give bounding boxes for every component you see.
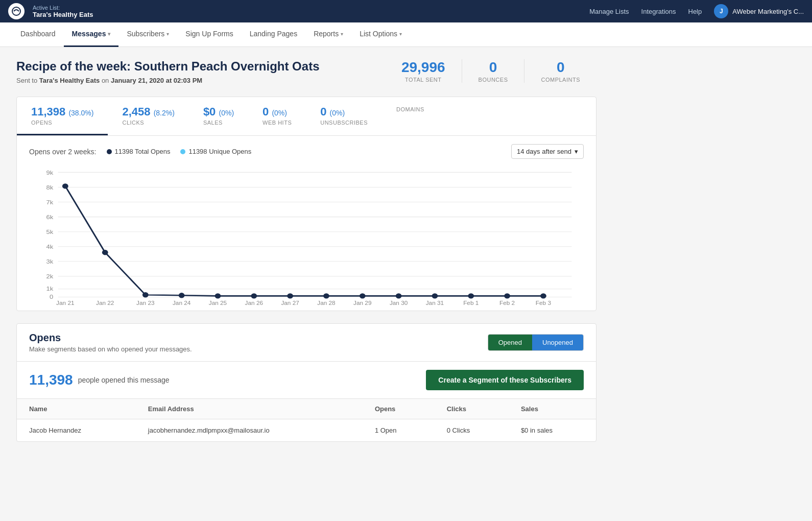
opens-table: Name Email Address Opens Clicks Sales Ja… bbox=[17, 399, 596, 441]
segment-count-area: 11,398 people opened this message bbox=[29, 372, 170, 388]
svg-text:4k: 4k bbox=[46, 244, 54, 250]
opens-table-body: Jacob Hernandez jacobhernandez.mdlpmpxx@… bbox=[17, 419, 596, 442]
user-menu[interactable]: J AWeber Marketing's C... bbox=[714, 4, 804, 18]
svg-point-24 bbox=[179, 293, 185, 298]
nav-subscribers[interactable]: Subscribers ▾ bbox=[118, 22, 177, 47]
create-segment-button[interactable]: Create a Segment of these Subscribers bbox=[426, 370, 584, 390]
integrations-link[interactable]: Integrations bbox=[641, 8, 676, 15]
sales-label: SALES bbox=[203, 120, 234, 126]
svg-text:6k: 6k bbox=[46, 214, 54, 220]
active-list-label: Active List: bbox=[33, 5, 93, 11]
nav-landing-pages[interactable]: Landing Pages bbox=[242, 22, 305, 47]
unsubscribes-value: 0 (0%) bbox=[320, 105, 368, 119]
svg-text:5k: 5k bbox=[46, 229, 54, 235]
svg-text:Jan 27: Jan 27 bbox=[281, 300, 299, 305]
nav-messages[interactable]: Messages ▾ bbox=[64, 22, 119, 47]
svg-text:Jan 25: Jan 25 bbox=[209, 300, 227, 305]
svg-text:7k: 7k bbox=[46, 199, 54, 205]
active-list-name: Tara's Healthy Eats bbox=[33, 11, 93, 18]
svg-text:Jan 21: Jan 21 bbox=[56, 300, 74, 305]
logo-icon[interactable] bbox=[8, 3, 25, 19]
opens-title: Opens bbox=[29, 332, 192, 344]
sent-date: January 21, 2020 at 02:03 PM bbox=[111, 77, 202, 84]
svg-point-31 bbox=[432, 293, 438, 298]
sent-to: Tara's Healthy Eats bbox=[39, 77, 100, 84]
cell-opens: 1 Open bbox=[363, 419, 435, 442]
svg-point-22 bbox=[102, 250, 108, 255]
metrics-card: 11,398 (38.0%) OPENS 2,458 (8.2%) CLICKS… bbox=[16, 97, 596, 311]
message-info: Recipe of the week: Southern Peach Overn… bbox=[16, 59, 319, 84]
bounces-label: BOUNCES bbox=[479, 77, 508, 83]
svg-text:Jan 26: Jan 26 bbox=[245, 300, 263, 305]
svg-text:Jan 30: Jan 30 bbox=[390, 300, 408, 305]
reports-chevron-icon: ▾ bbox=[341, 31, 343, 37]
manage-lists-link[interactable]: Manage Lists bbox=[589, 8, 629, 15]
svg-text:Jan 24: Jan 24 bbox=[173, 300, 190, 305]
col-opens: Opens bbox=[363, 399, 435, 419]
sales-value: $0 (0%) bbox=[203, 105, 234, 119]
chart-period-dropdown[interactable]: 14 days after send ▾ bbox=[511, 144, 584, 159]
bounces-stat: 0 BOUNCES bbox=[462, 59, 525, 83]
svg-point-27 bbox=[287, 293, 293, 298]
complaints-label: COMPLAINTS bbox=[541, 77, 580, 83]
help-link[interactable]: Help bbox=[688, 8, 702, 15]
unopened-toggle[interactable]: Unopened bbox=[532, 335, 583, 350]
chart-header: Opens over 2 weeks: 11398 Total Opens 11… bbox=[29, 144, 584, 159]
opens-header-info: Opens Make segments based on who opened … bbox=[29, 332, 192, 353]
opens-count: 11,398 bbox=[29, 372, 73, 388]
svg-text:3k: 3k bbox=[46, 258, 54, 265]
svg-text:Feb 2: Feb 2 bbox=[499, 300, 515, 305]
svg-point-32 bbox=[468, 293, 474, 298]
svg-text:8k: 8k bbox=[46, 184, 54, 191]
secondary-navigation: Dashboard Messages ▾ Subscribers ▾ Sign … bbox=[0, 22, 812, 47]
unsubscribes-tab[interactable]: 0 (0%) UNSUBSCRIBES bbox=[306, 97, 382, 135]
svg-point-21 bbox=[62, 183, 68, 188]
message-subtitle: Sent to Tara's Healthy Eats on January 2… bbox=[16, 77, 319, 84]
legend-unique-dot bbox=[180, 149, 185, 154]
svg-text:Jan 22: Jan 22 bbox=[96, 300, 114, 305]
nav-signup-forms[interactable]: Sign Up Forms bbox=[177, 22, 241, 47]
sales-tab[interactable]: $0 (0%) SALES bbox=[189, 97, 248, 135]
svg-point-30 bbox=[396, 293, 402, 298]
web-hits-tab[interactable]: 0 (0%) WEB HITS bbox=[248, 97, 306, 135]
svg-text:Jan 23: Jan 23 bbox=[136, 300, 154, 305]
nav-list-options[interactable]: List Options ▾ bbox=[351, 22, 410, 47]
col-name: Name bbox=[17, 399, 136, 419]
opens-tab[interactable]: 11,398 (38.0%) OPENS bbox=[17, 97, 108, 135]
nav-dashboard[interactable]: Dashboard bbox=[12, 22, 64, 47]
chart-container: Opens over 2 weeks: 11398 Total Opens 11… bbox=[17, 136, 596, 311]
opens-section-header: Opens Make segments based on who opened … bbox=[17, 324, 596, 362]
unsubscribes-pct: (0%) bbox=[330, 109, 345, 117]
col-email: Email Address bbox=[136, 399, 363, 419]
messages-chevron-icon: ▾ bbox=[108, 31, 110, 37]
table-header-row: Name Email Address Opens Clicks Sales bbox=[17, 399, 596, 419]
message-title: Recipe of the week: Southern Peach Overn… bbox=[16, 59, 319, 74]
svg-text:9k: 9k bbox=[46, 169, 54, 176]
opens-value: 11,398 (38.0%) bbox=[31, 105, 93, 119]
segment-row: 11,398 people opened this message Create… bbox=[17, 362, 596, 399]
clicks-label: CLICKS bbox=[122, 120, 174, 126]
opens-section: Opens Make segments based on who opened … bbox=[16, 323, 596, 442]
main-content: Recipe of the week: Southern Peach Overn… bbox=[0, 47, 613, 454]
opens-chart: 9k 8k 7k 6k 5k 4k 3k 2k 1k 0 bbox=[29, 167, 584, 305]
svg-point-26 bbox=[251, 293, 257, 298]
message-stats: 29,996 TOTAL SENT 0 BOUNCES 0 COMPLAINTS bbox=[385, 59, 596, 83]
domains-tab[interactable]: DOMAINS bbox=[382, 97, 439, 135]
svg-point-25 bbox=[215, 293, 221, 298]
nav-reports[interactable]: Reports ▾ bbox=[305, 22, 351, 47]
dropdown-chevron-icon: ▾ bbox=[575, 148, 578, 155]
legend-total-label: 11398 Total Opens bbox=[115, 148, 171, 155]
bounces-value: 0 bbox=[479, 59, 508, 76]
opened-toggle[interactable]: Opened bbox=[488, 335, 532, 350]
legend-total-opens: 11398 Total Opens bbox=[107, 148, 171, 155]
svg-text:Jan 31: Jan 31 bbox=[426, 300, 444, 305]
top-nav-right: Manage Lists Integrations Help J AWeber … bbox=[589, 4, 804, 18]
svg-text:Feb 1: Feb 1 bbox=[463, 300, 479, 305]
clicks-pct: (8.2%) bbox=[154, 109, 175, 117]
web-hits-value: 0 (0%) bbox=[262, 105, 292, 119]
chart-area: 9k 8k 7k 6k 5k 4k 3k 2k 1k 0 bbox=[29, 167, 584, 306]
svg-text:Jan 28: Jan 28 bbox=[317, 300, 335, 305]
unsubscribes-label: UNSUBSCRIBES bbox=[320, 120, 368, 126]
clicks-tab[interactable]: 2,458 (8.2%) CLICKS bbox=[108, 97, 188, 135]
message-header: Recipe of the week: Southern Peach Overn… bbox=[16, 59, 596, 84]
